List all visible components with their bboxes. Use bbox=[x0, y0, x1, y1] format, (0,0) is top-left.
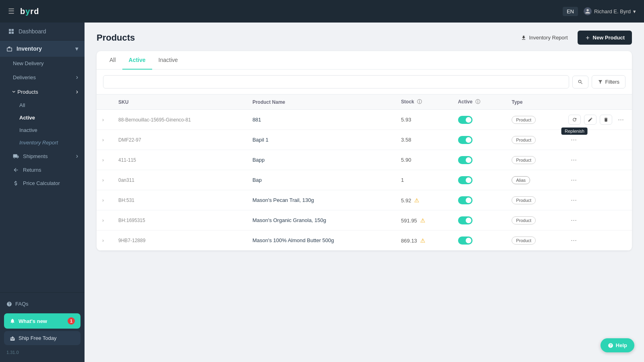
sidebar-bottom: FAQs What's new 1 Ship Free Today 1.31.0 bbox=[0, 292, 85, 362]
page-title: Products bbox=[97, 33, 135, 43]
active-toggle[interactable] bbox=[458, 176, 473, 184]
type-badge: Product bbox=[512, 136, 536, 144]
type-badge: Product bbox=[512, 156, 536, 164]
table-row: › 88-Bernouillac-15695-Ginenco-81 881 5.… bbox=[97, 110, 632, 130]
ship-free-label: Ship Free Today bbox=[19, 335, 56, 341]
row-expand-button[interactable]: › bbox=[102, 157, 104, 163]
table-body: › 88-Bernouillac-15695-Ginenco-81 881 5.… bbox=[97, 110, 632, 251]
more-options-button[interactable]: ··· bbox=[568, 155, 579, 165]
product-name-cell: Mason's 100% Almond Butter 500g bbox=[252, 237, 334, 243]
sidebar-item-products[interactable]: Products bbox=[0, 84, 85, 99]
sku-cell: BH:531 bbox=[118, 197, 134, 203]
action-icons: Replenish ··· bbox=[568, 115, 626, 125]
sidebar-item-new-delivery[interactable]: New Delivery bbox=[0, 57, 85, 70]
chevron-right-icon bbox=[76, 152, 78, 160]
sidebar-sub-inventory-report[interactable]: Inventory Report bbox=[0, 136, 85, 149]
warning-icon: ⚠ bbox=[414, 197, 419, 204]
tab-all[interactable]: All bbox=[103, 51, 122, 70]
sku-cell: 9HB7-12889 bbox=[118, 238, 145, 243]
logo: byrd bbox=[20, 7, 39, 16]
type-badge: Product bbox=[512, 196, 536, 204]
more-options-button[interactable]: ··· bbox=[568, 175, 579, 185]
warning-icon: ⚠ bbox=[420, 217, 425, 224]
more-options-button[interactable]: ··· bbox=[568, 235, 579, 245]
more-options-button[interactable]: ··· bbox=[568, 135, 579, 145]
active-toggle[interactable] bbox=[458, 196, 473, 204]
sidebar-sub-all[interactable]: All bbox=[0, 99, 85, 111]
row-expand-button[interactable]: › bbox=[102, 238, 104, 243]
menu-icon[interactable]: ☰ bbox=[8, 7, 14, 16]
ship-free-button[interactable]: Ship Free Today bbox=[4, 331, 80, 345]
col-name: Product Name bbox=[247, 95, 395, 110]
product-name-cell: Bap bbox=[252, 177, 262, 183]
sku-cell: BH:1695315 bbox=[118, 218, 145, 223]
sidebar-item-returns[interactable]: Returns bbox=[0, 163, 85, 177]
sidebar-item-faqs[interactable]: FAQs bbox=[0, 297, 85, 311]
sidebar-section-inventory[interactable]: Inventory ▾ bbox=[0, 41, 85, 57]
table-row: › BH:531 Mason's Pecan Trail, 130g 5.92 … bbox=[97, 190, 632, 210]
whats-new-label: What's new bbox=[19, 318, 47, 324]
stock-cell: 3.58 bbox=[401, 137, 411, 143]
col-active: Active ⓘ bbox=[452, 95, 506, 110]
tab-active[interactable]: Active bbox=[122, 51, 152, 70]
more-options-button[interactable]: ··· bbox=[568, 215, 579, 225]
search-button[interactable] bbox=[572, 76, 588, 88]
tabs: All Active Inactive bbox=[97, 51, 632, 70]
row-expand-button[interactable]: › bbox=[102, 137, 104, 143]
row-expand-button[interactable]: › bbox=[102, 117, 104, 123]
search-input[interactable] bbox=[103, 75, 569, 88]
col-type: Type bbox=[506, 95, 563, 110]
row-expand-button[interactable]: › bbox=[102, 197, 104, 203]
sidebar-sub-inactive[interactable]: Inactive bbox=[0, 124, 85, 136]
search-bar: Filters bbox=[97, 70, 632, 95]
warning-icon: ⚠ bbox=[420, 237, 425, 244]
type-badge: Product bbox=[512, 116, 536, 124]
sidebar-item-deliveries[interactable]: Deliveries bbox=[0, 70, 85, 84]
stock-cell: 5.90 bbox=[401, 157, 411, 163]
version-label: 1.31.0 bbox=[0, 347, 85, 358]
whats-new-badge: 1 bbox=[68, 317, 75, 325]
sidebar-item-shipments[interactable]: Shipments bbox=[0, 149, 85, 163]
table-header: SKU Product Name Stock ⓘ Active ⓘ Type bbox=[97, 95, 632, 110]
active-toggle[interactable] bbox=[458, 116, 473, 124]
stock-cell: 591.95 bbox=[401, 218, 417, 224]
type-badge: Product bbox=[512, 216, 536, 224]
help-button[interactable]: Help bbox=[601, 338, 634, 352]
sku-cell: 411-115 bbox=[118, 157, 136, 163]
sidebar-item-price-calculator[interactable]: Price Calculator bbox=[0, 177, 85, 190]
filters-button[interactable]: Filters bbox=[592, 75, 625, 88]
active-toggle[interactable] bbox=[458, 237, 473, 245]
products-table: SKU Product Name Stock ⓘ Active ⓘ Type bbox=[97, 95, 632, 251]
active-info-icon[interactable]: ⓘ bbox=[475, 99, 480, 105]
table-row: › 411-115 Bapp 5.90 Product ··· bbox=[97, 150, 632, 170]
col-stock: Stock ⓘ bbox=[395, 95, 452, 110]
row-expand-button[interactable]: › bbox=[102, 218, 104, 223]
product-name-cell: Bapil 1 bbox=[252, 137, 268, 143]
new-product-button[interactable]: New Product bbox=[578, 31, 632, 45]
active-toggle[interactable] bbox=[458, 136, 473, 144]
row-expand-button[interactable]: › bbox=[102, 177, 104, 183]
user-info[interactable]: Richard E. Byrd ▾ bbox=[584, 7, 636, 15]
layout: Dashboard Inventory ▾ New Delivery Deliv… bbox=[0, 0, 644, 362]
replenish-tooltip-container: Replenish bbox=[568, 115, 581, 125]
replenish-button[interactable] bbox=[568, 115, 581, 125]
inventory-report-button[interactable]: Inventory Report bbox=[516, 31, 572, 44]
sku-cell: DMF22-97 bbox=[118, 137, 141, 143]
chevron-down-icon: ▾ bbox=[633, 8, 636, 14]
whats-new-button[interactable]: What's new 1 bbox=[4, 313, 80, 329]
edit-button[interactable] bbox=[584, 115, 597, 125]
stock-info-icon[interactable]: ⓘ bbox=[417, 99, 422, 105]
sidebar-item-dashboard[interactable]: Dashboard bbox=[0, 23, 85, 41]
more-options-button[interactable]: ··· bbox=[615, 115, 626, 125]
table-row: › 9HB7-12889 Mason's 100% Almond Butter … bbox=[97, 230, 632, 251]
active-toggle[interactable] bbox=[458, 216, 473, 224]
sku-cell: 0an311 bbox=[118, 177, 134, 183]
lang-button[interactable]: EN bbox=[563, 7, 578, 16]
delete-button[interactable] bbox=[600, 115, 612, 125]
more-options-button[interactable]: ··· bbox=[568, 195, 579, 205]
table-row: › DMF22-97 Bapil 1 3.58 Product ··· bbox=[97, 130, 632, 150]
tab-inactive[interactable]: Inactive bbox=[152, 51, 184, 70]
chevron-right-icon bbox=[76, 88, 78, 95]
sidebar-sub-active[interactable]: Active bbox=[0, 111, 85, 124]
active-toggle[interactable] bbox=[458, 156, 473, 164]
